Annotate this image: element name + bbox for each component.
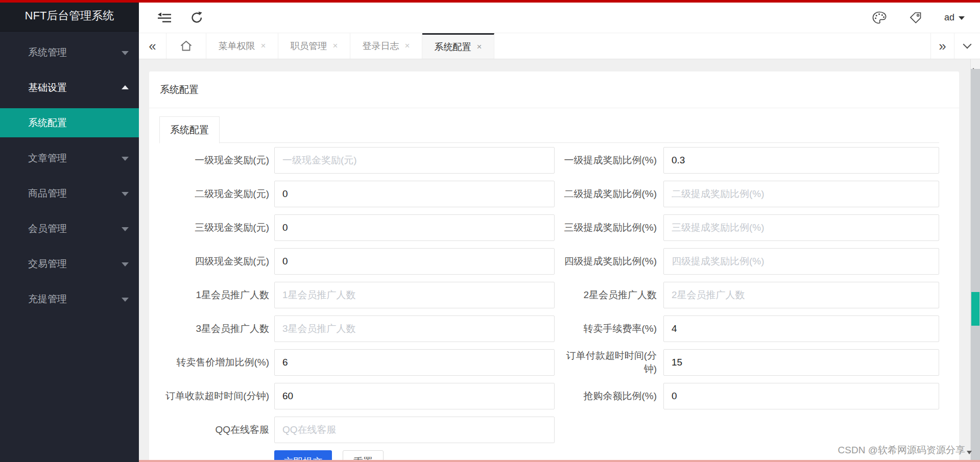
input-order-payment-timeout[interactable] — [663, 349, 939, 376]
sidebar-item-label: 基础设置 — [28, 82, 67, 93]
home-icon — [180, 40, 193, 52]
form-row: 一级现金奖励(元) 一级提成奖励比例(%) — [159, 147, 939, 174]
field-label: 3星会员推广人数 — [159, 322, 274, 335]
bottom-red-strip — [139, 460, 980, 462]
user-caret-icon — [959, 16, 965, 20]
refresh-icon[interactable] — [190, 11, 204, 25]
chevron-down-icon — [122, 298, 129, 302]
input-star2-promo-count[interactable] — [663, 282, 939, 308]
input-level2-cash-reward[interactable] — [274, 181, 555, 207]
field-label: 四级现金奖励(元) — [159, 255, 274, 268]
user-menu[interactable]: ad — [944, 12, 965, 23]
input-order-collection-timeout[interactable] — [274, 383, 555, 409]
vertical-scrollbar[interactable] — [970, 59, 980, 462]
field-label: 2星会员推广人数 — [555, 288, 663, 302]
chevron-down-icon — [963, 40, 972, 49]
field-label: 二级提成奖励比例(%) — [555, 187, 663, 201]
chevron-down-icon — [122, 192, 129, 196]
app-title: NFT后台管理系统 — [0, 0, 139, 32]
input-level2-commission-ratio[interactable] — [663, 181, 939, 207]
tab-login-log[interactable]: 登录日志 × — [350, 33, 422, 59]
field-label: 一级提成奖励比例(%) — [555, 154, 663, 167]
scrollbar-thumb[interactable] — [971, 292, 979, 326]
input-star3-promo-count[interactable] — [274, 315, 555, 342]
close-icon[interactable]: × — [333, 41, 338, 51]
close-icon[interactable]: × — [261, 41, 266, 51]
tab-system-config[interactable]: 系统配置 × — [422, 33, 494, 59]
inner-tab-system-config[interactable]: 系统配置 — [159, 116, 220, 143]
form-row: 1星会员推广人数 2星会员推广人数 — [159, 282, 939, 308]
double-chevron-right-icon: » — [939, 38, 946, 54]
sidebar-item-label: 充提管理 — [28, 294, 67, 304]
config-form: 一级现金奖励(元) 一级提成奖励比例(%) 二级现金奖励(元) 二级提成奖励比例… — [159, 147, 939, 462]
theme-palette-icon[interactable] — [872, 11, 887, 25]
field-label: 转卖手续费率(%) — [555, 322, 663, 335]
card-body: 系统配置 一级现金奖励(元) 一级提成奖励比例(%) 二级现金奖励(元) 二级提… — [149, 108, 959, 462]
field-label: 三级提成奖励比例(%) — [555, 221, 663, 234]
tabbar-right-controls: » — [930, 33, 980, 59]
field-label: 转卖售价增加比例(%) — [159, 356, 274, 369]
content-area: 系统配置 系统配置 一级现金奖励(元) 一级提成奖励比例(%) 二级现金奖励(元… — [139, 59, 980, 462]
system-config-card: 系统配置 系统配置 一级现金奖励(元) 一级提成奖励比例(%) 二级现金奖励(元… — [149, 71, 959, 462]
sidebar-item-deposit-withdraw-mgmt[interactable]: 充提管理 — [0, 284, 139, 313]
inner-tabs-strip: 系统配置 — [159, 116, 939, 143]
chevron-up-icon — [122, 85, 129, 89]
sidebar-item-label: 商品管理 — [28, 188, 67, 199]
input-level1-cash-reward[interactable] — [274, 147, 555, 174]
input-level4-commission-ratio[interactable] — [663, 248, 939, 275]
sidebar-item-system-mgmt[interactable]: 系统管理 — [0, 38, 139, 67]
input-level3-cash-reward[interactable] — [274, 214, 555, 241]
form-row: 3星会员推广人数 转卖手续费率(%) — [159, 315, 939, 342]
field-label: 二级现金奖励(元) — [159, 187, 274, 201]
input-star1-promo-count[interactable] — [274, 282, 555, 308]
tabs-scroll-right-button[interactable]: » — [930, 33, 954, 59]
tab-label: 登录日志 — [363, 40, 399, 52]
username: ad — [944, 12, 954, 23]
input-resale-price-increase-ratio[interactable] — [274, 349, 555, 376]
sidebar-item-member-mgmt[interactable]: 会员管理 — [0, 214, 139, 243]
sidebar-item-article-mgmt[interactable]: 文章管理 — [0, 143, 139, 173]
tabs-menu-button[interactable] — [954, 33, 980, 59]
watermark-text: CSDN @软希网源码资源分享 — [838, 444, 965, 457]
page-title: 系统配置 — [149, 71, 959, 108]
input-level3-commission-ratio[interactable] — [663, 214, 939, 241]
form-row: 四级现金奖励(元) 四级提成奖励比例(%) — [159, 248, 939, 275]
tab-menu-permission[interactable]: 菜单权限 × — [206, 33, 278, 59]
sidebar-item-basic-settings[interactable]: 基础设置 — [0, 73, 139, 102]
input-level4-cash-reward[interactable] — [274, 248, 555, 275]
field-label: 一级现金奖励(元) — [159, 154, 274, 167]
tag-icon[interactable] — [909, 11, 923, 25]
field-label: QQ在线客服 — [159, 423, 274, 436]
chevron-down-icon — [122, 157, 129, 161]
double-chevron-left-icon: « — [149, 38, 156, 54]
sidebar-item-goods-mgmt[interactable]: 商品管理 — [0, 179, 139, 208]
field-label: 抢购余额比例(%) — [555, 390, 663, 403]
input-qq-online-service[interactable] — [274, 417, 555, 443]
input-resale-fee-rate[interactable] — [663, 315, 939, 342]
sidebar-menu: 系统管理 基础设置 系统配置 文章管理 商品管理 会员管理 交易管理 充提管理 — [0, 38, 139, 313]
header-right-group: ad — [872, 11, 980, 25]
sidebar-item-system-config[interactable]: 系统配置 — [0, 108, 139, 137]
field-label: 1星会员推广人数 — [159, 288, 274, 302]
input-level1-commission-ratio[interactable] — [663, 147, 939, 174]
sidebar-item-label: 交易管理 — [28, 258, 67, 269]
sidebar-item-trade-mgmt[interactable]: 交易管理 — [0, 249, 139, 278]
field-label: 订单付款超时时间(分钟) — [555, 349, 663, 376]
tab-label: 系统配置 — [435, 41, 471, 53]
scrollbar-track[interactable] — [971, 69, 980, 462]
tab-label: 职员管理 — [291, 40, 327, 52]
form-row: 二级现金奖励(元) 二级提成奖励比例(%) — [159, 181, 939, 207]
tabs-scroll-left-button[interactable]: « — [139, 33, 166, 59]
header-bar: ad — [139, 3, 980, 33]
sidebar-collapse-icon[interactable] — [157, 12, 172, 23]
csdn-watermark: CSDN @软希网源码资源分享 — [838, 444, 972, 457]
sidebar-item-label: 会员管理 — [28, 223, 67, 234]
form-row: 转卖售价增加比例(%) 订单付款超时时间(分钟) — [159, 349, 939, 376]
home-tab-button[interactable] — [166, 33, 206, 59]
tab-bar: « 菜单权限 × 职员管理 × 登录日志 × 系统配置 × » — [139, 33, 980, 59]
top-red-line — [0, 0, 980, 3]
tab-staff-mgmt[interactable]: 职员管理 × — [278, 33, 350, 59]
input-rush-balance-ratio[interactable] — [663, 383, 939, 409]
close-icon[interactable]: × — [405, 41, 410, 51]
close-icon[interactable]: × — [477, 42, 482, 52]
